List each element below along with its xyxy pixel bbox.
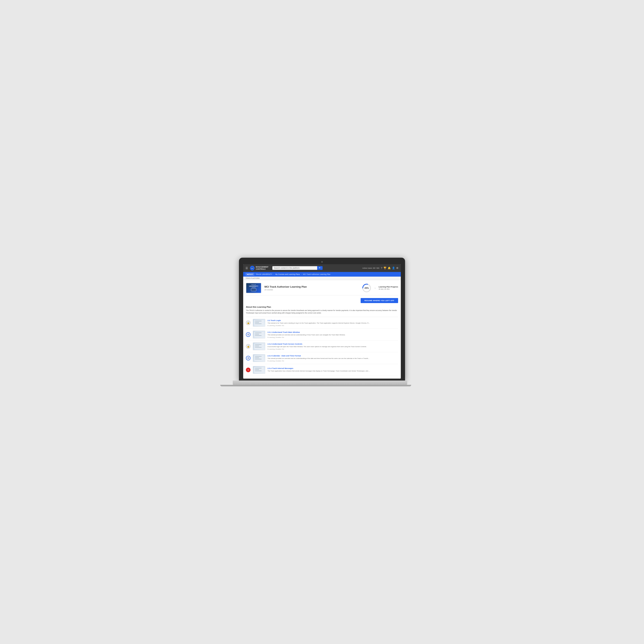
- progress-details: Learning Plan Progress 16 Jan | 2h 20m: [379, 286, 398, 290]
- search-button[interactable]: 🔍: [317, 266, 323, 270]
- item-1-thumbnail: [253, 319, 265, 327]
- resume-button[interactable]: RESUME WHERE YOU LEFT OFF: [361, 298, 398, 303]
- hamburger-icon[interactable]: ☰: [246, 267, 248, 270]
- about-title: About this Learning Plan: [246, 306, 398, 308]
- about-section: About this Learning Plan The TRACK Autho…: [246, 306, 398, 314]
- item-2-meta: E-Learning | Duration: 5m: [268, 336, 398, 338]
- user-icon[interactable]: 👤: [392, 267, 395, 269]
- item-2-desc: This tutorial provides an overview and a…: [268, 334, 398, 336]
- progress-percent: 29%: [364, 287, 369, 289]
- header-right: Active Users: 98 / 300 ? 🏆 🔔 👤 ⚙: [362, 267, 398, 269]
- item-1-details: 2.2 Track Login This tutorial is for Tra…: [268, 319, 398, 326]
- item-3-title[interactable]: 2.3.2 Understand Track Screen Controls: [268, 343, 398, 345]
- course-count: 24 courses: [264, 289, 359, 291]
- course-item-2: ⚙ 2.3.1 Understand Track M: [246, 329, 398, 341]
- settings-icon[interactable]: ⚙: [396, 267, 398, 269]
- item-1-meta: E-Learning | Duration: 5m: [268, 325, 398, 326]
- main-content: TRACK UNIVERSITY MCI Track Authorizer Le…: [243, 280, 401, 379]
- svg-rect-3: [251, 289, 256, 291]
- progress-section: 29% → Learning Plan Progress 16 Jan | 2h…: [362, 283, 398, 293]
- trophy-icon[interactable]: 🏆: [383, 267, 387, 269]
- item-2-title[interactable]: 2.3.1 Understand Track Main Window: [268, 331, 398, 333]
- item-4-desc: This tutorial provides an overview and a…: [268, 357, 398, 359]
- item-1-icon: 🔒: [246, 320, 251, 325]
- logo-text: MANAGEMENT CONTROLS: [256, 266, 268, 270]
- course-header: TRACK UNIVERSITY MCI Track Authorizer Le…: [246, 283, 398, 295]
- laptop-foot: [220, 385, 411, 386]
- header-icons: ? 🏆 🔔 👤 ⚙: [381, 267, 398, 269]
- laptop-screen: ☰ MC MANAGEMENT CONTROLS: [243, 264, 401, 379]
- course-title: MCI Track Authorizer Learning Plan: [264, 285, 359, 288]
- search-bar: 🔍: [272, 266, 323, 270]
- item-5-title[interactable]: 2.3.4 Track Internal Messages: [268, 367, 398, 369]
- breadcrumb-track-university[interactable]: TRACK UNIVERSITY: [256, 273, 272, 275]
- course-item-1: 🔒 2.2 Track Login: [246, 317, 398, 329]
- logo-icon: MC: [250, 266, 255, 270]
- course-item-5: ✕ 2.3.4 Track Internal Mes: [246, 364, 398, 376]
- item-5-thumbnail: [253, 366, 265, 374]
- help-icon[interactable]: ?: [381, 267, 382, 269]
- item-3-icon: 🔒: [246, 344, 251, 349]
- course-item-4: ⚙ 2.3.3 Calendar - Date an: [246, 352, 398, 364]
- course-list: 🔒 2.2 Track Login: [246, 317, 398, 376]
- app-header: ☰ MC MANAGEMENT CONTROLS: [243, 264, 401, 272]
- item-4-icon: ⚙: [246, 356, 251, 360]
- camera-dot: [321, 261, 323, 263]
- about-text: The TRACK Authorizer is central to the p…: [246, 309, 398, 314]
- item-4-details: 2.3.3 Calendar - Date and Time Format Th…: [268, 355, 398, 362]
- active-users-label: Active Users: 98 / 300: [362, 267, 379, 269]
- course-info: MCI Track Authorizer Learning Plan 24 co…: [264, 285, 359, 291]
- item-3-thumbnail: [253, 342, 265, 350]
- item-2-icon: ⚙: [246, 332, 251, 337]
- logo-area: MC MANAGEMENT CONTROLS: [250, 266, 268, 270]
- item-4-title[interactable]: 2.3.3 Calendar - Date and Time Format: [268, 355, 398, 357]
- item-4-meta: E-Learning | Duration: 5m: [268, 360, 398, 362]
- breadcrumb-sep-2: ›: [301, 273, 302, 275]
- item-3-meta: E-Learning | Duration: 5m: [268, 348, 398, 350]
- item-5-desc: The Track application has a feature that…: [268, 370, 398, 372]
- item-2-details: 2.3.1 Understand Track Main Window This …: [268, 331, 398, 338]
- back-arrow-icon: ◀: [247, 273, 248, 275]
- search-input[interactable]: [272, 266, 317, 270]
- svg-text:MC: MC: [251, 268, 253, 269]
- item-4-thumbnail: [253, 354, 265, 362]
- breadcrumb-nav: ◀ Back TRACK UNIVERSITY › My Courses and…: [243, 272, 401, 277]
- breadcrumb-sep-1: ›: [274, 273, 274, 275]
- progress-arrow-icon: →: [374, 286, 376, 290]
- progress-circle: 29%: [362, 283, 371, 293]
- back-button[interactable]: ◀ Back: [246, 273, 254, 276]
- item-1-title[interactable]: 2.2 Track Login: [268, 319, 398, 321]
- course-item-3: 🔒 2.3.2 Understand Track: [246, 341, 398, 352]
- breadcrumb-current: MCI Track Authorizer Learning Plan: [303, 273, 330, 275]
- laptop-base: [233, 381, 407, 385]
- notification-icon[interactable]: 🔔: [388, 267, 391, 269]
- breadcrumb-my-courses[interactable]: My Courses and Learning Plans: [275, 273, 300, 275]
- item-1-desc: This tutorial is for Track users needing…: [268, 322, 398, 324]
- item-5-details: 2.3.4 Track Internal Messages The Track …: [268, 367, 398, 373]
- item-3-desc: A successful login will open the Track M…: [268, 346, 398, 348]
- item-2-thumbnail: [253, 331, 265, 338]
- course-thumbnail: TRACK UNIVERSITY: [246, 283, 261, 293]
- item-3-details: 2.3.2 Understand Track Screen Controls A…: [268, 343, 398, 350]
- item-5-icon: ✕: [246, 368, 251, 372]
- platform-label: TRACK PLATFORM: [243, 277, 401, 280]
